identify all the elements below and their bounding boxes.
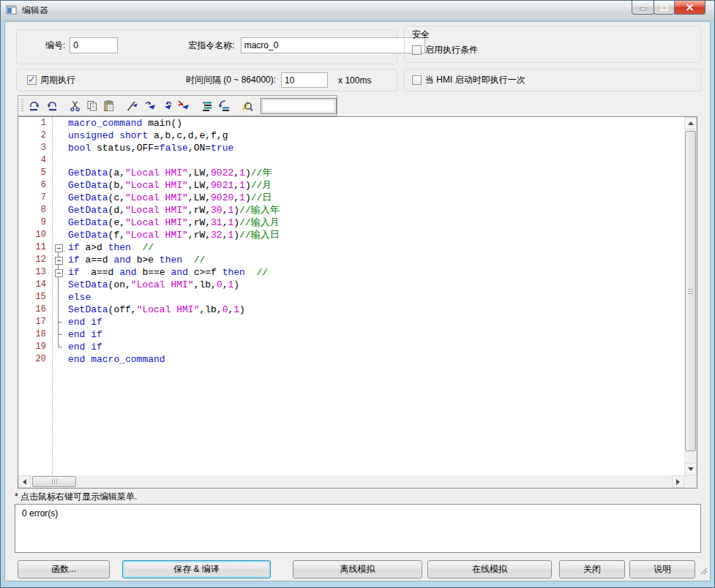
offline-simulation-button[interactable]: 离线模拟	[293, 560, 422, 578]
scroll-down-button[interactable]	[684, 463, 697, 475]
line-number: 18	[18, 328, 50, 341]
line-number: 15	[18, 291, 50, 304]
scroll-right-button[interactable]	[672, 475, 684, 488]
interval-input[interactable]	[281, 72, 328, 88]
find-input[interactable]	[262, 99, 335, 113]
macro-id-label: 编号:	[45, 39, 65, 52]
fold-column	[53, 316, 64, 328]
code-text: GetData(c,"Local HMI",LW,9020,1)//日	[68, 192, 272, 204]
code-line[interactable]: 7GetData(c,"Local HMI",LW,9020,1)//日	[18, 192, 684, 204]
redo-button[interactable]	[43, 97, 60, 115]
horizontal-scrollbar[interactable]	[18, 475, 684, 488]
code-line[interactable]: 4	[18, 154, 684, 167]
line-number: 20	[18, 353, 50, 366]
scroll-left-button[interactable]	[18, 475, 31, 488]
code-text: if a==d and b==e and c>=f then //	[68, 266, 268, 279]
code-line[interactable]: 13if a==d and b==e and c>=f then //	[18, 266, 684, 279]
code-text: end if	[68, 341, 102, 353]
right-click-hint: * 点击鼠标右键可显示编辑菜单.	[15, 491, 137, 503]
vertical-scroll-thumb[interactable]	[685, 131, 696, 451]
enable-condition-checkbox[interactable]	[412, 45, 422, 55]
toolbar-grip[interactable]	[21, 99, 23, 113]
scroll-up-button[interactable]	[684, 117, 697, 129]
code-line[interactable]: 16SetData(off,"Local HMI",lb,0,1)	[18, 304, 684, 316]
code-line[interactable]: 5GetData(a,"Local HMI",LW,9022,1)//年	[18, 167, 684, 179]
help-button[interactable]: 说明	[629, 560, 695, 578]
code-lines: 1macro_command main()2unsigned short a,b…	[18, 117, 684, 366]
horizontal-scroll-thumb[interactable]	[32, 476, 76, 487]
arrow-up-icon	[688, 118, 694, 125]
code-line[interactable]: 1macro_command main()	[18, 117, 684, 129]
minimize-button[interactable]	[632, 1, 654, 15]
find-button[interactable]	[239, 97, 256, 115]
editor-window: 编辑器 编号: 宏指令名称: 安全	[0, 0, 715, 588]
code-line[interactable]: 3bool status,OFF=false,ON=true	[18, 142, 684, 154]
cut-button[interactable]	[67, 97, 83, 115]
fold-column	[53, 117, 64, 129]
code-text: macro_command main()	[68, 117, 182, 129]
line-number: 19	[18, 341, 50, 353]
code-line[interactable]: 20end macro_command	[18, 353, 684, 366]
fold-collapse-icon[interactable]	[53, 254, 64, 266]
bookmark-clear-icon	[177, 99, 190, 113]
titlebar[interactable]: 编辑器	[1, 1, 714, 20]
fold-collapse-icon[interactable]	[53, 241, 64, 254]
functions-button[interactable]: 函数...	[18, 560, 110, 578]
bookmark-next-button[interactable]	[141, 97, 158, 115]
undo-button[interactable]	[26, 97, 43, 115]
paste-button[interactable]	[101, 97, 118, 115]
code-text: bool status,OFF=false,ON=true	[68, 142, 233, 154]
line-number: 4	[18, 154, 50, 167]
copy-icon	[86, 99, 99, 113]
code-text: GetData(f,"Local HMI",rW,32,1)//输入日	[68, 229, 280, 241]
bookmark-toggle-button[interactable]	[124, 97, 141, 115]
code-line[interactable]: 6GetData(b,"Local HMI",LW,9021,1)//月	[18, 179, 684, 192]
indent-button[interactable]	[198, 97, 215, 115]
periodic-checkbox[interactable]	[27, 75, 37, 85]
startup-checkbox[interactable]	[412, 75, 422, 85]
bookmark-prev-button[interactable]	[158, 97, 175, 115]
vertical-scrollbar[interactable]	[684, 117, 697, 475]
line-number: 9	[18, 216, 50, 229]
compile-message: 0 error(s)	[22, 508, 58, 519]
fold-collapse-icon[interactable]	[53, 266, 64, 279]
undo-icon	[28, 99, 41, 113]
close-dialog-button[interactable]: 关闭	[559, 560, 625, 578]
macro-name-input[interactable]	[241, 37, 425, 53]
code-line[interactable]: 19end if	[18, 341, 684, 353]
fold-column	[53, 353, 64, 366]
code-line[interactable]: 17end if	[18, 316, 684, 328]
outdent-icon	[217, 99, 231, 113]
fold-column	[53, 229, 64, 241]
copy-button[interactable]	[83, 97, 100, 115]
line-number: 2	[18, 129, 50, 142]
resize-grip-icon[interactable]	[697, 565, 708, 575]
fold-column	[53, 129, 64, 142]
code-line[interactable]: 18end if	[18, 328, 684, 341]
code-line[interactable]: 11if a>d then //	[18, 241, 684, 254]
code-line[interactable]: 12if a==d and b>e then //	[18, 254, 684, 266]
close-icon	[686, 4, 694, 11]
code-viewport[interactable]: 1macro_command main()2unsigned short a,b…	[18, 117, 684, 475]
save-compile-button[interactable]: 保存 & 编译	[122, 560, 271, 578]
close-button[interactable]	[674, 1, 705, 15]
code-text: SetData(on,"Local HMI",lb,0,1)	[68, 279, 239, 291]
maximize-button[interactable]	[654, 1, 675, 15]
macro-id-input[interactable]	[70, 37, 118, 53]
code-text: GetData(b,"Local HMI",LW,9021,1)//月	[68, 179, 272, 192]
fold-column	[53, 279, 64, 291]
line-number: 17	[18, 316, 50, 328]
code-line[interactable]: 15else	[18, 291, 684, 304]
code-line[interactable]: 10GetData(f,"Local HMI",rW,32,1)//输入日	[18, 229, 684, 241]
code-line[interactable]: 9GetData(e,"Local HMI",rW,31,1)//输入月	[18, 216, 684, 229]
code-line[interactable]: 2unsigned short a,b,c,d,e,f,g	[18, 129, 684, 142]
online-simulation-button[interactable]: 在线模拟	[427, 560, 552, 578]
bookmark-clear-button[interactable]	[175, 97, 192, 115]
outdent-button[interactable]	[216, 97, 233, 115]
paste-icon	[102, 99, 116, 113]
line-number: 13	[18, 266, 50, 279]
startup-label: 当 HMI 启动时即执行一次	[425, 74, 525, 86]
code-line[interactable]: 8GetData(d,"Local HMI",rW,30,1)//输入年	[18, 204, 684, 216]
code-line[interactable]: 14SetData(on,"Local HMI",lb,0,1)	[18, 279, 684, 291]
line-number: 11	[18, 241, 50, 254]
